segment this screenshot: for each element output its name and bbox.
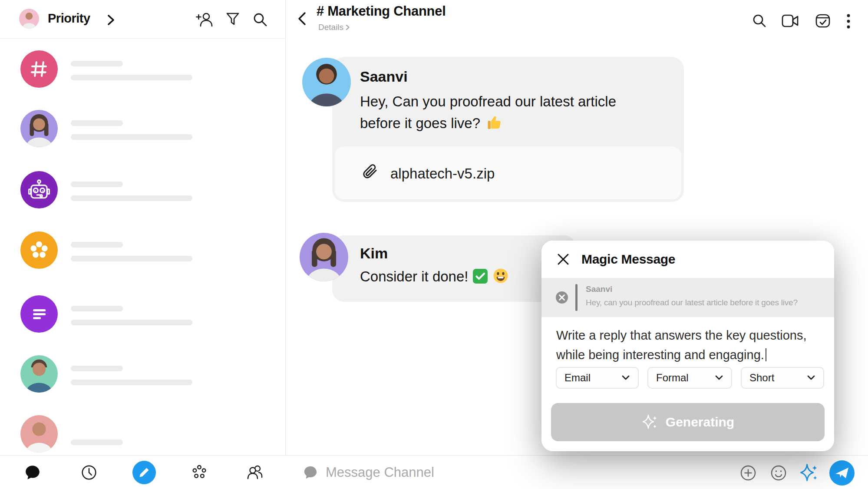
quote-bar	[575, 284, 578, 311]
sparkle-icon	[641, 413, 659, 431]
message-text-content: Consider it done!	[360, 268, 468, 284]
contacts-tab-icon[interactable]	[247, 464, 264, 481]
quote-text: Hey, can you proofread our latest articl…	[586, 298, 798, 307]
tasks-icon[interactable]	[815, 13, 831, 29]
search-icon[interactable]	[752, 13, 767, 29]
remove-quote-icon[interactable]	[555, 291, 568, 304]
paper-plane-icon	[835, 466, 849, 480]
chevron-down-icon	[715, 375, 723, 381]
text-lines-icon	[28, 303, 50, 325]
placeholder-bar	[71, 306, 123, 311]
paperclip-icon	[360, 163, 380, 183]
message-input[interactable]	[326, 462, 682, 483]
person-icon	[20, 415, 58, 453]
format-dropdown[interactable]: Email	[556, 367, 639, 389]
user-avatar[interactable]	[19, 9, 39, 29]
person-icon	[300, 233, 348, 281]
magic-message-panel: Magic Message Saanvi Hey, can you proofr…	[541, 241, 834, 451]
chevron-right-icon	[345, 24, 350, 31]
emoji-icon[interactable]	[770, 465, 787, 481]
compose-button[interactable]	[132, 461, 156, 484]
placeholder-bar	[71, 195, 192, 201]
message-bubble-icon	[303, 465, 318, 480]
option-row: Email Formal Short	[541, 367, 834, 389]
text-cursor	[766, 348, 767, 361]
dropdown-value: Formal	[656, 372, 689, 384]
close-icon[interactable]	[556, 252, 570, 266]
add-attachment-icon[interactable]	[740, 465, 756, 481]
search-icon[interactable]	[252, 12, 268, 27]
robot-icon	[28, 179, 50, 201]
recents-tab-icon[interactable]	[81, 464, 97, 481]
more-menu-icon[interactable]	[845, 13, 851, 30]
dropdown-value: Email	[564, 372, 591, 384]
placeholder-bar	[71, 380, 192, 385]
message-text: Consider it done!	[360, 266, 568, 287]
bald-man-avatar	[20, 415, 58, 453]
channel-details-link[interactable]: Details	[318, 23, 350, 32]
sidebar-item-user[interactable]	[0, 415, 285, 459]
placeholder-bar	[71, 256, 192, 261]
message-text: Hey, Can you proofread our latest articl…	[360, 91, 647, 134]
pencil-icon	[138, 466, 151, 479]
sidebar-item-kim[interactable]	[0, 110, 285, 153]
generating-button[interactable]: Generating	[551, 403, 825, 441]
app-window: Priority	[0, 0, 868, 489]
placeholder-bar	[71, 242, 123, 248]
magic-panel-title: Magic Message	[581, 252, 675, 267]
list-avatar	[20, 295, 58, 333]
message-author: Saanvi	[360, 68, 408, 85]
placeholder-bar	[71, 120, 123, 126]
workspace-title[interactable]: Priority	[48, 11, 90, 26]
quote-author: Saanvi	[586, 284, 612, 294]
check-mark-emoji	[472, 268, 488, 284]
prompt-input[interactable]: Write a reply that answers the key quest…	[556, 326, 817, 365]
placeholder-bar	[71, 134, 192, 140]
placeholder-bar	[71, 439, 123, 445]
send-button[interactable]	[829, 460, 855, 486]
message-bubble: Kim Consider it done!	[332, 235, 576, 302]
dots-flower-icon	[29, 240, 50, 261]
placeholder-bar	[71, 320, 192, 325]
sidebar-item-app[interactable]	[0, 231, 285, 275]
chevron-right-icon[interactable]	[106, 14, 116, 26]
person-icon	[20, 355, 58, 393]
hash-icon	[30, 59, 49, 79]
sidebar-item-bot[interactable]	[0, 171, 285, 215]
person-icon	[20, 110, 58, 147]
saanvi-avatar[interactable]	[302, 58, 351, 106]
chevron-down-icon	[807, 375, 815, 381]
length-dropdown[interactable]: Short	[741, 367, 824, 389]
bot-avatar	[20, 171, 58, 208]
add-person-icon[interactable]	[196, 11, 213, 28]
details-label: Details	[318, 23, 343, 32]
chevron-down-icon	[621, 375, 630, 381]
placeholder-bar	[71, 366, 123, 371]
man-avatar	[20, 355, 58, 393]
generating-label: Generating	[666, 415, 734, 430]
prompt-text: Write a reply that answers the key quest…	[556, 328, 807, 362]
video-call-icon[interactable]	[781, 13, 799, 28]
woman-avatar	[20, 110, 58, 147]
attachment-card[interactable]: alphatech-v5.zip	[335, 146, 681, 199]
sidebar-item-list[interactable]	[0, 295, 285, 339]
sidebar: Priority	[0, 0, 286, 455]
app-avatar	[20, 231, 58, 269]
back-icon[interactable]	[296, 11, 309, 26]
person-icon	[19, 9, 39, 29]
apps-tab-icon[interactable]	[191, 464, 208, 481]
message-author: Kim	[360, 245, 388, 262]
sidebar-item-channel[interactable]	[0, 50, 285, 94]
magic-sparkle-icon[interactable]	[799, 462, 819, 482]
sidebar-item-user[interactable]	[0, 355, 285, 399]
chats-tab-icon[interactable]	[24, 464, 41, 481]
dropdown-value: Short	[749, 372, 774, 384]
sidebar-header: Priority	[0, 0, 285, 39]
kim-avatar[interactable]	[300, 233, 348, 281]
placeholder-bar	[71, 75, 192, 80]
filter-icon[interactable]	[225, 12, 240, 27]
tone-dropdown[interactable]: Formal	[647, 367, 732, 389]
magic-panel-header: Magic Message	[541, 241, 834, 278]
bottom-bar	[0, 455, 868, 489]
placeholder-bar	[71, 182, 123, 187]
